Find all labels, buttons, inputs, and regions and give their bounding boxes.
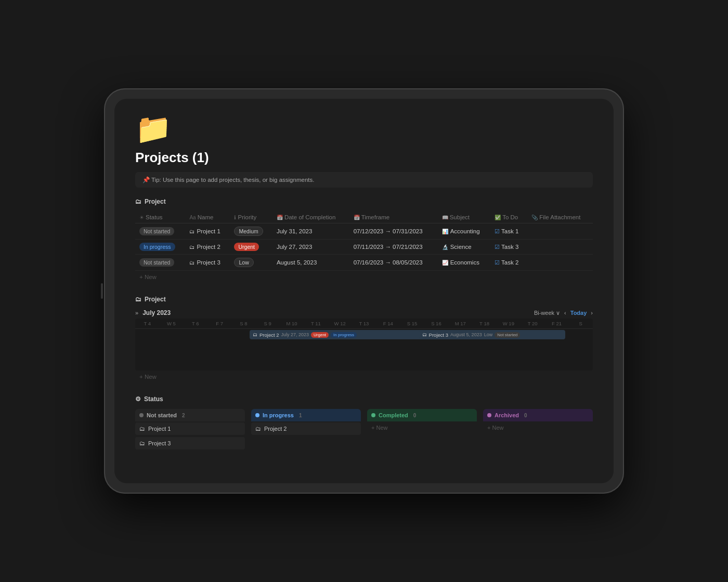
cell-status: In progress: [135, 240, 185, 255]
board-card-folder: 🗂: [255, 426, 261, 432]
board-col-count-not-started: 2: [182, 413, 185, 418]
board-col-header-completed: Completed 0: [367, 409, 477, 421]
board-col-header-in-progress: In progress 1: [251, 409, 361, 421]
board-dot-completed: [371, 413, 375, 417]
gantt-prev[interactable]: ‹: [564, 310, 566, 316]
page-title: Projects (1): [135, 150, 593, 166]
col-status: ☀Status: [135, 211, 185, 223]
gantt-date: M 17: [448, 321, 472, 326]
board-col-new[interactable]: + New: [367, 422, 477, 433]
board-card[interactable]: 🗂 Project 1: [135, 422, 245, 435]
cell-subject: 🔬Science: [438, 240, 490, 255]
gantt-date: W 12: [328, 321, 352, 326]
gantt-date: W 5: [159, 321, 183, 326]
gantt-date: T 11: [304, 321, 328, 326]
board-col-label-archived: Archived: [495, 412, 519, 418]
table-new-row[interactable]: + New: [135, 271, 593, 283]
board-col-not-started: Not started 2 🗂 Project 1 🗂 Project 3: [135, 409, 245, 452]
gantt-date: F 14: [376, 321, 400, 326]
gantt-date: T 20: [521, 321, 544, 326]
board-section-label: Status: [144, 395, 163, 403]
cell-status: Not started: [135, 255, 185, 271]
cell-date: August 5, 2023: [272, 255, 349, 271]
board-card-folder: 🗂: [139, 426, 145, 432]
board-col-header-archived: Archived 0: [483, 409, 593, 421]
gantt-bar-2[interactable]: 🗂 Project 2 July 27, 2023 Urgent In prog…: [250, 330, 423, 339]
cell-priority: Medium: [230, 223, 272, 240]
board-section-header: ⚙ Status: [135, 395, 593, 405]
cell-file: [527, 240, 593, 255]
cell-timeframe: 07/12/2023 → 07/31/2023: [349, 223, 438, 240]
board-dot-archived: [487, 413, 491, 417]
cell-todo: ☑ Task 1: [490, 223, 527, 240]
gantt-dates: T 4W 5T 6F 7S 8S 9M 10T 11W 12T 13F 14S …: [135, 319, 593, 329]
gantt-date: M 10: [280, 321, 304, 326]
board-col-in-progress: In progress 1 🗂 Project 2: [251, 409, 361, 452]
board-col-header-not-started: Not started 2: [135, 409, 245, 421]
col-name: AaName: [185, 211, 230, 223]
board-dot-not-started: [139, 413, 144, 417]
tablet-frame: 📁 Projects (1) 📌 Tip: Use this page to a…: [104, 88, 624, 494]
cell-timeframe: 07/11/2023 → 07/21/2023: [349, 240, 438, 255]
col-file: 📎File Attachment: [527, 211, 593, 223]
table-row: In progress 🗂Project 2 Urgent July 27, 2…: [135, 240, 593, 255]
gantt-today[interactable]: Today: [570, 310, 587, 316]
cell-name: 🗂Project 3: [185, 255, 230, 271]
cell-timeframe: 07/16/2023 → 08/05/2023: [349, 255, 438, 271]
gantt-date: T 6: [184, 321, 207, 326]
gantt-date: F 21: [544, 321, 568, 326]
gantt-rows: 🗂 Project 1 July 31, 2023 Medium Not sta…: [135, 329, 593, 371]
gantt-new-row[interactable]: + New: [135, 371, 593, 383]
gantt-section-header: 🗂 Project: [135, 296, 593, 305]
board-card-label: Project 1: [148, 426, 171, 432]
gantt-date: W 19: [497, 321, 521, 326]
board-card[interactable]: 🗂 Project 3: [135, 437, 245, 449]
table-section-header: 🗂 Project: [135, 198, 593, 207]
cell-subject: 📊Accounting: [438, 223, 490, 240]
biweek-selector[interactable]: Bi-week ∨: [534, 310, 560, 316]
gantt-date: S 9: [256, 321, 280, 326]
cell-todo: ☑ Task 2: [490, 255, 527, 271]
board-settings-icon: ⚙: [135, 395, 141, 403]
board-col-label-completed: Completed: [379, 412, 408, 418]
board-col-new[interactable]: + New: [483, 422, 593, 433]
col-priority: ℹPriority: [230, 211, 272, 223]
board-col-count-archived: 0: [524, 413, 527, 418]
cell-date: July 31, 2023: [272, 223, 349, 240]
table-section-label: Project: [145, 198, 166, 205]
board-col-count-in-progress: 1: [299, 413, 302, 418]
board-col-label-in-progress: In progress: [263, 412, 294, 418]
cell-file: [527, 223, 593, 240]
board-columns: Not started 2 🗂 Project 1 🗂 Project 3 In…: [135, 409, 593, 452]
cell-todo: ☑ Task 3: [490, 240, 527, 255]
cell-priority: Low: [230, 255, 272, 271]
board-card[interactable]: 🗂 Project 2: [251, 422, 361, 435]
gantt-month: July 2023: [142, 309, 171, 316]
cell-name: 🗂Project 1: [185, 223, 230, 240]
tablet-screen: 📁 Projects (1) 📌 Tip: Use this page to a…: [114, 99, 614, 483]
gantt-date: T 4: [135, 321, 159, 326]
gantt-section: 🗂 Project » July 2023 Bi-week ∨ ‹ Today …: [135, 296, 593, 383]
cell-priority: Urgent: [230, 240, 272, 255]
gantt-date: T 18: [472, 321, 496, 326]
cell-name: 🗂Project 2: [185, 240, 230, 255]
table-section: 🗂 Project ☀Status AaName ℹPriority 📅Date…: [135, 198, 593, 283]
board-col-label-not-started: Not started: [147, 412, 177, 418]
gantt-folder-icon: 🗂: [135, 296, 141, 303]
table-header-row: ☀Status AaName ℹPriority 📅Date of Comple…: [135, 211, 593, 223]
cell-subject: 📈Economics: [438, 255, 490, 271]
cell-status: Not started: [135, 223, 185, 240]
gantt-next[interactable]: ›: [591, 310, 593, 316]
board-col-archived: Archived 0 + New: [483, 409, 593, 452]
gantt-bar-3[interactable]: 🗂 Project 3 August 5, 2023 Low Not start…: [419, 330, 566, 339]
board-col-completed: Completed 0 + New: [367, 409, 477, 452]
board-card-folder: 🗂: [139, 440, 145, 446]
gantt-date: S 15: [400, 321, 424, 326]
board-section: ⚙ Status Not started 2 🗂 Project 1 🗂 Pro…: [135, 395, 593, 452]
gantt-controls: Bi-week ∨ ‹ Today ›: [534, 310, 593, 316]
projects-table: ☀Status AaName ℹPriority 📅Date of Comple…: [135, 211, 593, 271]
gantt-header-row: » July 2023 Bi-week ∨ ‹ Today ›: [135, 309, 593, 316]
gantt-date: S: [569, 321, 593, 326]
gantt-section-label: Project: [145, 296, 166, 303]
gantt-date: F 7: [207, 321, 231, 326]
